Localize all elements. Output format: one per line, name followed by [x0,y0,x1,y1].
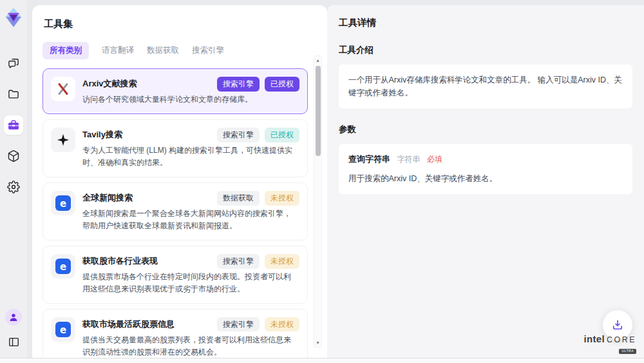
status-badge: 已授权 [265,77,299,92]
status-badge: 未授权 [265,317,299,332]
svg-text:e: e [60,324,66,335]
tool-card[interactable]: Tavily搜索 专为人工智能代理 (LLM) 构建的搜索引擎工具，可快速提供实… [43,119,308,177]
svg-text:e: e [60,260,66,272]
tool-detail-panel: 工具详情 工具介绍 一个用于从Arxiv存储库搜索科学论文和文章的工具。 输入可… [327,5,644,358]
intel-core-logo: intel core ULTRA [584,334,636,355]
intro-box: 一个用于从Arxiv存储库搜索科学论文和文章的工具。 输入可以是Arxiv ID… [339,64,632,108]
tool-description: 提供股票市场各个行业在特定时间段内的表现。投资者可以利用这些信息来识别表现优于或… [82,271,296,295]
intro-heading: 工具介绍 [339,44,632,56]
param-description: 用于搜索的Arxiv ID、关键字或作者姓名。 [348,172,623,185]
tool-description: 提供当天交易量最高的股票列表，投资者可以利用这些信息来识别流动性强的股票和潜在的… [82,334,296,358]
sidebar-item-tools[interactable] [4,115,23,135]
list-scrollbar[interactable]: ▲ ▼ [314,55,322,348]
left-rail [0,0,27,358]
app-logo-icon [4,6,23,28]
tab-all-categories[interactable]: 所有类别 [43,42,89,59]
tool-card[interactable]: e 获取股市各行业表现 提供股票市场各个行业在特定时间段内的表现。投资者可以利用… [43,246,308,304]
layout-panel-icon [8,336,20,348]
scrollbar-thumb[interactable] [316,66,321,156]
cube-icon [7,150,20,162]
sidebar-item-models[interactable] [4,146,23,166]
param-required-flag: 必填 [427,155,442,164]
category-badge: 搜索引擎 [217,128,260,142]
scroll-up-arrow-icon[interactable]: ▲ [314,58,321,63]
sidebar-item-chat[interactable] [4,54,23,73]
sidebar-item-files[interactable] [4,84,23,104]
tool-description: 访问各个研究领域大量科学论文和文章的存储库。 [82,93,296,106]
brand-badge: ULTRA [619,349,636,354]
folder-icon [7,88,20,101]
status-badge: 未授权 [265,191,299,206]
tavily-icon [51,128,75,152]
app-window: 工具集 所有类别 语言翻译 数据获取 搜索引擎 Arxiv文献搜索 访问各个研究… [0,0,644,358]
tool-card[interactable]: Arxiv文献搜索 访问各个研究领域大量科学论文和文章的存储库。 搜索引擎 已授… [43,68,308,114]
param-name: 查询字符串 [348,154,390,164]
brand-primary: intel [584,334,605,344]
page-title: 工具集 [44,18,327,30]
toolset-panel: 工具集 所有类别 语言翻译 数据获取 搜索引擎 Arxiv文献搜索 访问各个研究… [32,5,327,358]
category-badge: 搜索引擎 [217,317,260,332]
brand-secondary: core [607,336,636,344]
category-badge: 数据获取 [217,191,260,206]
tab-translation[interactable]: 语言翻译 [102,42,134,59]
category-tabs: 所有类别 语言翻译 数据获取 搜索引擎 [43,42,327,59]
sidebar-item-settings[interactable] [4,177,23,197]
panel-toggle-button[interactable] [4,332,23,351]
params-heading: 参数 [339,124,632,135]
tool-list: Arxiv文献搜索 访问各个研究领域大量科学论文和文章的存储库。 搜索引擎 已授… [43,68,308,358]
user-avatar[interactable] [5,309,22,326]
person-icon [8,312,19,322]
tab-search-engine[interactable]: 搜索引擎 [192,42,224,59]
status-badge: 已授权 [265,128,299,142]
status-badge: 未授权 [265,254,299,269]
tool-card[interactable]: e 全球新闻搜索 全球新闻搜索是一个聚合全球各大新闻网站内容的搜索引擎，帮助用户… [43,182,308,240]
scroll-down-arrow-icon[interactable]: ▼ [314,340,321,345]
tool-card[interactable]: e 获取市场最活跃股票信息 提供当天交易量最高的股票列表，投资者可以利用这些信息… [43,309,308,358]
juhe-icon: e [51,191,75,215]
svg-text:e: e [60,197,66,209]
gear-icon [7,181,20,193]
param-type: 字符串 [397,155,420,164]
download-icon [611,319,624,331]
tool-description: 全球新闻搜索是一个聚合全球各大新闻网站内容的搜索引擎，帮助用户快速获取全球最新资… [82,208,296,232]
juhe-icon: e [51,254,75,279]
chat-icon [7,57,20,70]
toolbox-icon [7,119,20,132]
arxiv-icon [51,77,75,101]
tool-description: 专为人工智能代理 (LLM) 构建的搜索引擎工具，可快速提供实时、准确和真实的结… [82,144,296,169]
juhe-icon: e [51,317,75,342]
param-box: 查询字符串 字符串 必填 用于搜索的Arxiv ID、关键字或作者姓名。 [339,144,632,194]
category-badge: 搜索引擎 [217,77,260,92]
tab-data-fetch[interactable]: 数据获取 [147,42,179,59]
detail-title: 工具详情 [339,17,632,29]
category-badge: 搜索引擎 [217,254,260,269]
